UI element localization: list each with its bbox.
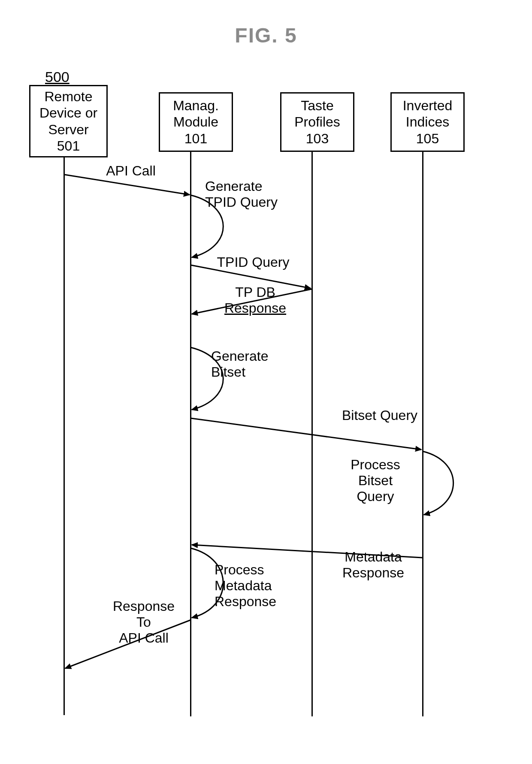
label-response-to-api-call: Response To API Call (101, 598, 187, 646)
resp-api-l2: To (136, 614, 151, 630)
gen-bitset-l1: Generate (211, 348, 268, 364)
meta-resp-l2: Response (342, 565, 404, 580)
proc-bitset-l1: Process (351, 457, 400, 472)
label-process-metadata-response: Process Metadata Response (215, 562, 300, 609)
proc-meta-l2: Metadata (215, 578, 272, 593)
label-api-call: API Call (92, 163, 169, 179)
proc-meta-l3: Response (215, 594, 276, 609)
label-generate-bitset: Generate Bitset (211, 348, 297, 380)
label-generate-tpid-query: Generate TPID Query (205, 178, 299, 210)
gen-tpid-l2: TPID Query (205, 194, 278, 210)
gen-tpid-l1: Generate (205, 178, 262, 194)
gen-bitset-l2: Bitset (211, 364, 245, 380)
resp-api-l3: API Call (119, 630, 169, 646)
label-tpdb-response: TP DB Response (212, 284, 298, 316)
label-bitset-query: Bitset Query (330, 408, 429, 423)
proc-meta-l1: Process (215, 562, 264, 577)
label-tpid-query: TPID Query (206, 254, 300, 270)
tpdb-l2: Response (224, 300, 286, 316)
arrows-layer (0, 0, 532, 764)
meta-resp-l1: Metadata (345, 549, 402, 565)
label-metadata-response: Metadata Response (330, 549, 416, 581)
proc-bitset-l3: Query (357, 489, 394, 504)
proc-bitset-l2: Bitset (358, 473, 393, 488)
page: FIG. 5 500 Remote Device or Server 501 M… (0, 0, 532, 764)
tpdb-l1: TP DB (235, 284, 275, 300)
resp-api-l1: Response (113, 598, 175, 614)
label-process-bitset-query: Process Bitset Query (337, 457, 414, 504)
